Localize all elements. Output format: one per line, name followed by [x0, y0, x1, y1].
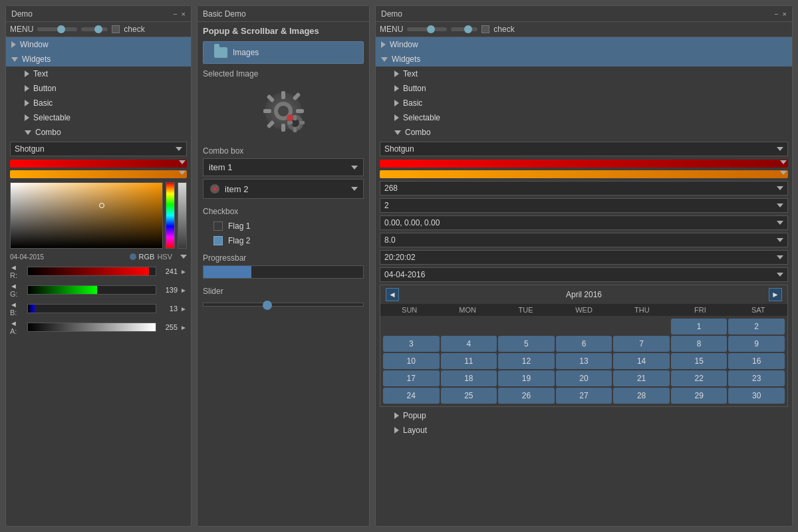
color-spectrum[interactable]: [166, 182, 175, 249]
cal-cell-day[interactable]: 7: [613, 336, 670, 352]
cal-cell-day[interactable]: 10: [383, 353, 440, 369]
right-shotgun-dropdown[interactable]: Shotgun: [380, 142, 788, 156]
right-tree-item-button[interactable]: Button: [389, 81, 792, 96]
right-field-time[interactable]: 20:20:02: [380, 250, 788, 265]
right-tree-item-text[interactable]: Text: [389, 66, 792, 81]
calendar-month-label: April 2016: [566, 290, 602, 299]
cal-cell-day[interactable]: 18: [441, 370, 497, 386]
cal-cell-day[interactable]: 5: [498, 336, 555, 352]
right-sub-popup[interactable]: Popup: [389, 408, 792, 423]
right-sub-layout[interactable]: Layout: [389, 423, 792, 438]
right-field-2[interactable]: 2: [380, 198, 788, 213]
selected-image-label: Selected Image: [203, 69, 364, 78]
cal-cell-day[interactable]: 12: [498, 353, 555, 369]
cal-cell-day[interactable]: 19: [498, 370, 555, 386]
tree-item-widgets-label: Widgets: [22, 55, 51, 64]
slider-track[interactable]: [203, 303, 364, 307]
right-field-268[interactable]: 268: [380, 181, 788, 196]
cal-cell-day[interactable]: 22: [671, 370, 728, 386]
cal-cell-day[interactable]: 25: [441, 388, 497, 404]
color-alpha-bar[interactable]: [178, 182, 187, 249]
right-field-coords[interactable]: 0.00, 0.00, 0.00: [380, 215, 788, 230]
right-color-bar-red: [380, 160, 788, 168]
cal-cell-day[interactable]: 20: [556, 370, 612, 386]
calendar-prev-btn[interactable]: ◄: [386, 288, 399, 301]
color-gradient[interactable]: [10, 182, 163, 249]
left-panel-close[interactable]: ×: [182, 10, 186, 18]
right-menu-checkbox[interactable]: [481, 25, 489, 33]
channel-r-arrow[interactable]: ►: [180, 268, 187, 275]
right-tree-arrow-button: [394, 85, 399, 92]
cal-cell-day[interactable]: 1: [671, 319, 728, 334]
right-menu-slider2[interactable]: [451, 27, 477, 31]
flag2-checkbox[interactable]: [213, 236, 223, 245]
left-panel-minimize[interactable]: −: [173, 10, 177, 18]
right-panel-minimize[interactable]: −: [774, 10, 778, 18]
tree-item-widgets[interactable]: Widgets: [6, 52, 191, 66]
cal-cell-day[interactable]: 27: [556, 388, 612, 404]
cal-cell-day[interactable]: 14: [613, 353, 670, 369]
channel-a-bar[interactable]: [27, 323, 156, 332]
cal-cell-day[interactable]: 11: [441, 353, 497, 369]
left-menu-slider2[interactable]: [81, 27, 108, 31]
combo-item-2-icon: [209, 183, 221, 195]
channel-g-arrow[interactable]: ►: [180, 287, 187, 294]
cal-cell-day[interactable]: 6: [556, 336, 612, 352]
calendar-next-btn[interactable]: ►: [769, 288, 782, 301]
combo-item-2[interactable]: item 2: [203, 179, 364, 199]
tree-item-text[interactable]: Text: [19, 66, 191, 81]
selected-image-area: [203, 81, 364, 141]
cal-cell-day[interactable]: 23: [728, 370, 785, 386]
slider-thumb[interactable]: [263, 301, 272, 310]
cal-cell-day[interactable]: 21: [613, 370, 670, 386]
left-menu-checkbox[interactable]: [112, 25, 120, 33]
tree-item-combo[interactable]: Combo: [19, 125, 191, 140]
right-tree-item-basic[interactable]: Basic: [389, 96, 792, 110]
right-date-field[interactable]: 04-04-2016: [380, 267, 788, 282]
images-button[interactable]: Images: [203, 41, 364, 64]
tree-item-selectable[interactable]: Selectable: [19, 110, 191, 125]
popup-section-title: Popup & Scrollbar & Images: [198, 22, 369, 39]
cal-cell-day[interactable]: 24: [383, 388, 440, 404]
cal-cell-day[interactable]: 8: [671, 336, 728, 352]
combo-item-1[interactable]: item 1: [203, 158, 364, 176]
shotgun-dropdown[interactable]: Shotgun: [10, 142, 187, 156]
cal-cell-day[interactable]: 30: [728, 388, 785, 404]
color-mode-rgb-label: RGB: [139, 253, 155, 261]
cal-cell-day[interactable]: 28: [613, 388, 670, 404]
cal-cell-day[interactable]: 17: [383, 370, 440, 386]
cal-cell-day[interactable]: 2: [728, 319, 785, 334]
cal-cell-day[interactable]: 26: [498, 388, 555, 404]
left-menu-slider[interactable]: [37, 27, 77, 31]
right-tree-item-selectable[interactable]: Selectable: [389, 110, 792, 125]
cal-cell-day[interactable]: 4: [441, 336, 497, 352]
channel-b-bar[interactable]: [27, 304, 156, 313]
right-panel-close[interactable]: ×: [783, 10, 787, 18]
right-tree-arrow-window: [381, 41, 386, 48]
cal-cell-day[interactable]: 29: [671, 388, 728, 404]
flag1-label: Flag 1: [228, 221, 250, 231]
flag1-checkbox[interactable]: [213, 221, 223, 231]
right-tree-item-window[interactable]: Window: [376, 37, 792, 52]
channel-g-bar[interactable]: [27, 285, 156, 295]
cal-cell-day[interactable]: 9: [728, 336, 785, 352]
calendar-dropdown: ◄ April 2016 ► SUN MON TUE WED THU FRI S…: [380, 285, 788, 407]
cal-cell-day[interactable]: 13: [556, 353, 612, 369]
channel-r-bar[interactable]: [27, 267, 156, 276]
right-tree-arrow-text: [394, 70, 399, 77]
right-field-80[interactable]: 8.0: [380, 233, 788, 247]
tree-item-window[interactable]: Window: [6, 37, 191, 52]
right-tree-item-combo[interactable]: Combo: [389, 125, 792, 140]
tree-item-basic[interactable]: Basic: [19, 96, 191, 110]
channel-a-arrow[interactable]: ►: [180, 324, 187, 331]
right-tree-item-widgets[interactable]: Widgets: [376, 52, 792, 66]
channel-b-arrow[interactable]: ►: [180, 305, 187, 313]
color-mode-rgb-btn[interactable]: [130, 253, 136, 260]
tree-item-button[interactable]: Button: [19, 81, 191, 96]
channel-b-row: ◄ B: 13 ►: [10, 301, 187, 317]
cal-cell-day[interactable]: 16: [728, 353, 785, 369]
cal-cell-day[interactable]: 15: [671, 353, 728, 369]
flag2-label: Flag 2: [228, 236, 250, 245]
right-menu-slider[interactable]: [407, 27, 447, 31]
cal-cell-day[interactable]: 3: [383, 336, 440, 352]
